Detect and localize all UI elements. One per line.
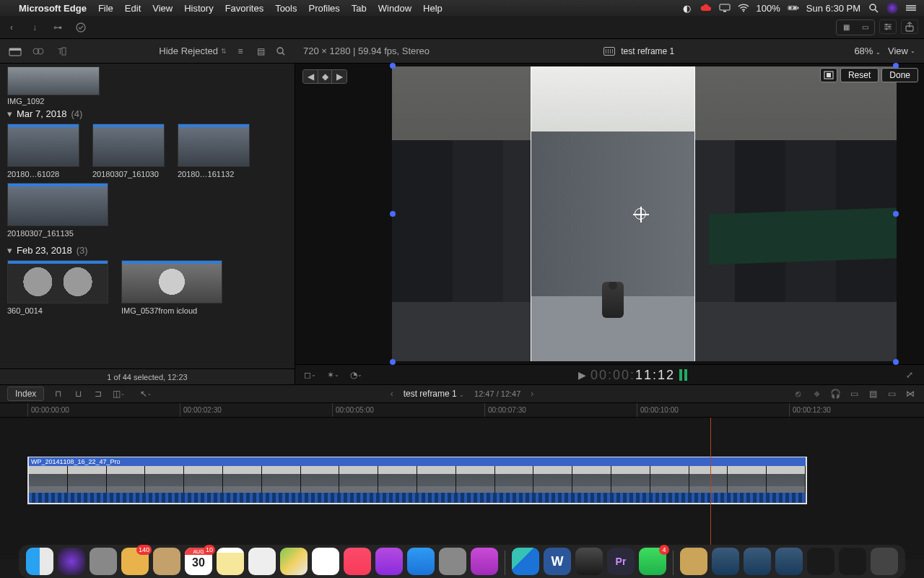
- clip-appearance-tl-icon[interactable]: ▤: [866, 387, 879, 400]
- timeline-project[interactable]: test reframe 1 ⌄: [404, 389, 464, 399]
- crop-handle[interactable]: [390, 211, 396, 217]
- event-header[interactable]: ▾ Mar 7, 2018 (4): [7, 105, 287, 121]
- keyword-icon[interactable]: ⊶: [46, 19, 69, 36]
- transform-icon[interactable]: ◻ ⌄: [302, 368, 317, 381]
- crop-handle[interactable]: [893, 211, 899, 217]
- timeline-clip[interactable]: WP_20141108_16_22_47_Pro: [27, 457, 807, 504]
- inspector-icon[interactable]: [879, 20, 897, 34]
- crop-handle[interactable]: [893, 359, 899, 365]
- dock-podcasts[interactable]: [375, 548, 403, 575]
- menu-tab[interactable]: Tab: [352, 3, 367, 14]
- dock-package[interactable]: [680, 548, 707, 575]
- select-tool-icon[interactable]: ↖⌄: [139, 387, 152, 400]
- dock-contacts[interactable]: [153, 548, 180, 575]
- append-tool-icon[interactable]: ⊐: [92, 387, 105, 400]
- display-icon[interactable]: [719, 2, 731, 14]
- timecode[interactable]: 00:00:11:12: [590, 367, 675, 383]
- crop-region[interactable]: [531, 66, 695, 361]
- connect-tool-icon[interactable]: ⊓: [51, 387, 64, 400]
- dock-trash[interactable]: [871, 548, 898, 575]
- menu-file[interactable]: File: [98, 3, 113, 14]
- crop-handle[interactable]: [390, 359, 396, 365]
- clip-thumb[interactable]: [7, 183, 108, 226]
- done-button[interactable]: Done: [881, 68, 918, 82]
- layout-list-icon[interactable]: ▭: [855, 20, 874, 35]
- timeline-index-button[interactable]: Index: [7, 387, 44, 401]
- dock-minimized[interactable]: [839, 548, 866, 575]
- skimming-icon[interactable]: ⎆: [810, 387, 823, 400]
- crop-handle[interactable]: [390, 63, 396, 69]
- menu-window[interactable]: Window: [378, 3, 411, 14]
- clip-thumb[interactable]: [178, 124, 250, 167]
- dock-appstore[interactable]: [407, 548, 435, 575]
- menu-tools[interactable]: Tools: [275, 3, 297, 14]
- timeline-ruler[interactable]: 00:00:00:00 00:00:02:30 00:00:05:00 00:0…: [0, 403, 924, 418]
- effects-icon[interactable]: ▭: [885, 387, 898, 400]
- retime-icon[interactable]: ◔ ⌄: [349, 368, 363, 381]
- dock-word[interactable]: W: [544, 548, 571, 575]
- dock-minimized[interactable]: [807, 548, 834, 575]
- dock-premiere[interactable]: Pr: [607, 548, 635, 575]
- dock-calendar[interactable]: AUG 30 10: [185, 548, 212, 575]
- menu-view[interactable]: View: [152, 3, 173, 14]
- dock-stickies[interactable]: 140: [121, 548, 149, 575]
- snap-icon[interactable]: ⎋: [791, 387, 804, 400]
- anchor-point-icon[interactable]: [635, 208, 646, 220]
- status-icon-1[interactable]: ◐: [681, 2, 693, 14]
- wifi-icon[interactable]: [738, 2, 749, 14]
- viewer-canvas[interactable]: [301, 65, 918, 363]
- dock-messages[interactable]: 4: [639, 548, 666, 575]
- siri-status-icon[interactable]: [886, 2, 898, 14]
- dock-launchpad[interactable]: [90, 548, 117, 575]
- dock-edge[interactable]: [512, 548, 539, 575]
- menu-history[interactable]: History: [184, 3, 213, 14]
- battery-icon[interactable]: [788, 2, 799, 14]
- menubar-clock[interactable]: Sun 6:30 PM: [806, 3, 860, 14]
- dock-finalcutpro[interactable]: [575, 548, 603, 575]
- dock-folder[interactable]: [712, 548, 739, 575]
- menubar-app[interactable]: Microsoft Edge: [19, 3, 87, 14]
- titles-tab-icon[interactable]: T: [53, 43, 69, 59]
- menu-profiles[interactable]: Profiles: [309, 3, 340, 14]
- clip-thumb[interactable]: [121, 260, 222, 303]
- render-icon[interactable]: [69, 19, 92, 36]
- layout-segmented[interactable]: ▦ ▭: [836, 20, 875, 35]
- dock-folder[interactable]: [744, 548, 771, 575]
- photos-tab-icon[interactable]: [30, 43, 46, 59]
- menu-help[interactable]: Help: [423, 3, 443, 14]
- clip-appearance-icon[interactable]: ≡: [234, 45, 247, 58]
- transitions-icon[interactable]: ⋈: [904, 387, 917, 400]
- spotlight-icon[interactable]: [868, 2, 879, 14]
- enhance-icon[interactable]: ✶ ⌄: [326, 368, 340, 381]
- share-icon[interactable]: [901, 20, 918, 34]
- viewer-zoom[interactable]: 68% ⌄: [854, 46, 881, 56]
- library-tab-icon[interactable]: [7, 43, 23, 59]
- control-center-icon[interactable]: [905, 2, 917, 14]
- dock-music[interactable]: [344, 548, 371, 575]
- clip-audio[interactable]: [29, 493, 806, 503]
- reset-button[interactable]: Reset: [840, 68, 879, 82]
- event-header[interactable]: ▾ Feb 23, 2018 (3): [7, 242, 287, 257]
- play-icon[interactable]: ▶: [578, 369, 586, 381]
- list-view-icon[interactable]: ▤: [254, 45, 267, 58]
- cloud-icon[interactable]: [700, 2, 712, 14]
- view-dropdown[interactable]: View ⌄: [888, 46, 915, 56]
- dock-siri[interactable]: [58, 548, 85, 575]
- dock-folder[interactable]: [775, 548, 803, 575]
- dock-finder[interactable]: [26, 548, 53, 575]
- layout-grid-icon[interactable]: ▦: [837, 20, 855, 35]
- fullscreen-icon[interactable]: ⤢: [902, 368, 917, 381]
- search-icon[interactable]: [274, 45, 287, 58]
- audio-skim-icon[interactable]: 🎧: [829, 387, 842, 400]
- dock-reminders[interactable]: [248, 548, 276, 575]
- clip-thumb[interactable]: [92, 124, 165, 167]
- filter-dropdown[interactable]: Hide Rejected ⇅: [159, 46, 227, 56]
- clip-thumb[interactable]: [7, 260, 108, 303]
- clip-thumb[interactable]: [7, 124, 79, 167]
- menu-edit[interactable]: Edit: [125, 3, 141, 14]
- dock-settings[interactable]: [439, 548, 466, 575]
- history-fwd-icon[interactable]: ›: [531, 389, 533, 399]
- dock-notes[interactable]: [217, 548, 244, 575]
- back-icon[interactable]: ‹: [0, 19, 23, 36]
- history-back-icon[interactable]: ‹: [391, 389, 393, 399]
